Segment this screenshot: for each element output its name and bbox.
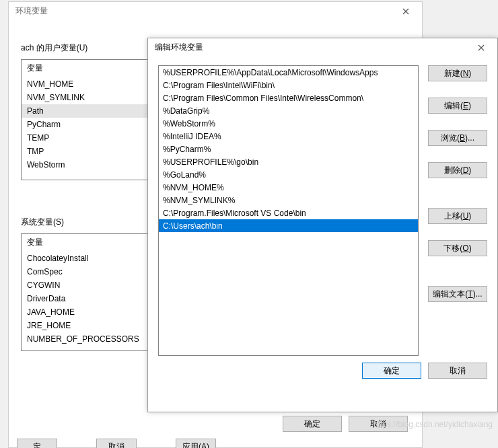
front-ok-button[interactable]: 确定: [362, 363, 421, 379]
path-row[interactable]: C:\Program Files\Common Files\Intel\Wire…: [159, 91, 418, 104]
path-row[interactable]: %USERPROFILE%\go\bin: [159, 155, 418, 168]
edit-text-button[interactable]: 编辑文本(T)...: [428, 286, 487, 302]
path-row[interactable]: %DataGrip%: [159, 104, 418, 117]
button-column: 新建(N) 编辑(E) 浏览(B)... 删除(D) 上移(U) 下移(O) 编…: [428, 65, 487, 356]
front-cancel-button[interactable]: 取消: [428, 363, 487, 379]
front-titlebar: 编辑环境变量: [148, 38, 497, 57]
move-up-button[interactable]: 上移(U): [428, 208, 487, 224]
back-title: 环境变量: [15, 5, 48, 17]
front-title: 编辑环境变量: [155, 42, 203, 53]
close-icon[interactable]: [392, 2, 419, 21]
path-row[interactable]: %NVM_HOME%: [159, 181, 418, 194]
front-body: %USERPROFILE%\AppData\Local\Microsoft\Wi…: [148, 57, 497, 363]
delete-button[interactable]: 删除(D): [428, 162, 487, 178]
stray-b3[interactable]: 应用(A): [176, 439, 216, 448]
path-row[interactable]: %PyCharm%: [159, 143, 418, 155]
stray-b1[interactable]: 定: [17, 439, 57, 448]
edit-env-var-dialog: 编辑环境变量 %USERPROFILE%\AppData\Local\Micro…: [147, 38, 498, 412]
path-row[interactable]: %IntelliJ IDEA%: [159, 130, 418, 143]
path-row[interactable]: C:\Users\ach\bin: [159, 219, 418, 232]
path-row[interactable]: %WebStorm%: [159, 117, 418, 130]
stray-buttons: 定 取消 应用(A): [17, 439, 216, 448]
front-close-icon[interactable]: [468, 38, 495, 57]
back-footer: 确定 取消: [283, 416, 408, 432]
path-row[interactable]: %NVM_SYMLINK%: [159, 194, 418, 207]
move-down-button[interactable]: 下移(O): [428, 240, 487, 256]
front-footer: 确定 取消: [148, 363, 497, 389]
new-button[interactable]: 新建(N): [428, 65, 487, 81]
path-row[interactable]: %GoLand%: [159, 168, 418, 181]
path-row[interactable]: C:\Program.Files\Microsoft VS Code\bin: [159, 207, 418, 219]
back-titlebar: 环境变量: [9, 2, 422, 21]
stray-b2[interactable]: 取消: [96, 439, 137, 448]
back-cancel-button[interactable]: 取消: [349, 416, 408, 432]
edit-button[interactable]: 编辑(E): [428, 98, 487, 114]
path-row[interactable]: C:\Program Files\Intel\WiFi\bin\: [159, 79, 418, 91]
path-list[interactable]: %USERPROFILE%\AppData\Local\Microsoft\Wi…: [158, 65, 419, 356]
back-ok-button[interactable]: 确定: [283, 416, 342, 432]
path-row[interactable]: %USERPROFILE%\AppData\Local\Microsoft\Wi…: [159, 66, 418, 79]
browse-button[interactable]: 浏览(B)...: [428, 130, 487, 146]
